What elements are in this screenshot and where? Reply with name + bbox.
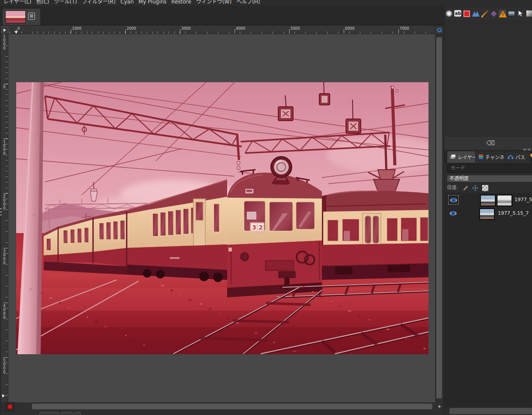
layer-mode-select[interactable]: モード xyxy=(447,164,532,173)
horizontal-scrollbar[interactable] xyxy=(15,402,435,411)
dock-menu-icon[interactable] xyxy=(528,149,531,150)
zoom-follow-button[interactable] xyxy=(435,26,444,34)
layer-name: 1977_5.15_7 xyxy=(498,210,529,216)
toolbox: ab! xyxy=(445,7,532,20)
dock-grip[interactable] xyxy=(0,208,2,217)
blue-dot-icon xyxy=(437,28,442,32)
ruler-label: 3000 xyxy=(2,249,7,265)
navigation-button[interactable]: ✦ xyxy=(435,402,444,411)
photo-canvas[interactable]: 3 2 xyxy=(16,82,428,354)
lock-alpha-icon[interactable] xyxy=(482,185,488,191)
opacity-slider[interactable]: 不透明度 xyxy=(447,175,532,182)
layers-icon xyxy=(450,154,456,160)
dock-menu-icon[interactable] xyxy=(523,149,526,150)
layer-mask-thumbnail[interactable] xyxy=(497,195,512,206)
image-canvas-area[interactable]: 3 2 xyxy=(8,34,435,402)
layer-list: 1977_5.1977_5.15_7 xyxy=(445,193,532,407)
svg-text:3: 3 xyxy=(252,224,256,231)
menu-item[interactable]: レイヤー(L) xyxy=(3,0,36,6)
status-button[interactable] xyxy=(74,412,81,415)
dock-tab-layers[interactable]: レイヤー xyxy=(447,151,475,163)
warning-icon[interactable]: ! xyxy=(498,9,507,18)
histogram-tool-icon[interactable] xyxy=(471,9,480,18)
image-tab-thumbnail xyxy=(5,10,26,23)
quick-mask-icon xyxy=(7,404,13,409)
vertical-ruler[interactable]: -1000010002000300040005000 xyxy=(1,34,8,402)
scrollbar-thumb[interactable] xyxy=(436,37,442,399)
ruler-label: 3000 xyxy=(181,26,191,31)
gradient-tool-icon[interactable] xyxy=(525,9,532,18)
ruler-label: 1000 xyxy=(72,26,82,31)
layer-thumbnail[interactable] xyxy=(479,208,495,220)
menu-item[interactable]: ヘルプ(H) xyxy=(236,0,265,6)
visibility-eye-icon[interactable] xyxy=(448,195,459,205)
close-icon[interactable]: ⊠ xyxy=(28,13,35,20)
channels-icon xyxy=(478,154,484,160)
status-button[interactable] xyxy=(39,412,59,415)
image-thumbnail-icon[interactable] xyxy=(507,9,516,18)
dock-edge xyxy=(0,34,1,415)
ruler-position-marker xyxy=(2,394,5,398)
right-dock-panel: ab! ⌫ レイヤーチャンネルパス モード 不透明度 保護: xyxy=(444,6,532,415)
horizontal-ruler[interactable]: 01000200030004000500060007000 xyxy=(8,26,435,34)
play-triangle-icon xyxy=(3,28,6,32)
svg-text:2: 2 xyxy=(259,224,263,231)
ruler-label: 0 xyxy=(17,26,20,31)
layer-row[interactable]: 1977_5. xyxy=(445,194,532,207)
gimp-window: レイヤー(L)色(C)ツール(T)フィルター(R)CyanMy PluginsR… xyxy=(0,0,532,415)
menu-item[interactable]: Cyan xyxy=(121,0,138,6)
menu-item[interactable]: Restore xyxy=(171,0,196,6)
ruler-label: 7000 xyxy=(400,26,409,31)
menu-bar: レイヤー(L)色(C)ツール(T)フィルター(R)CyanMy PluginsR… xyxy=(0,0,532,6)
dock-tab-bar: レイヤーチャンネルパス xyxy=(445,151,532,163)
ruler-label: 5000 xyxy=(290,26,300,31)
ruler-label: 4000 xyxy=(236,26,245,31)
ruler-label: 5000 xyxy=(2,358,7,374)
front-number-plate: 3 2 xyxy=(250,223,264,232)
lock-pixels-icon[interactable] xyxy=(462,185,468,191)
tool-options-area xyxy=(445,20,532,137)
ruler-corner-button[interactable] xyxy=(1,26,8,33)
paths-icon xyxy=(508,154,514,160)
ruler-position-marker xyxy=(14,31,18,34)
visibility-eye-icon[interactable] xyxy=(448,209,459,218)
status-bar xyxy=(0,411,444,415)
menu-item[interactable]: 色(C) xyxy=(36,0,54,6)
status-button[interactable] xyxy=(61,412,73,415)
lock-label: 保護: xyxy=(447,184,458,192)
panel-button-bar[interactable] xyxy=(449,408,532,414)
paintbrush-tool-icon[interactable] xyxy=(480,9,489,18)
layer-thumbnail[interactable] xyxy=(480,195,496,206)
dock-tab-paths[interactable]: パス xyxy=(505,151,530,163)
quick-mask-toggle[interactable] xyxy=(6,402,14,411)
menu-item[interactable]: フィルター(R) xyxy=(82,0,120,6)
history-tab-icon[interactable] xyxy=(530,153,532,157)
vertical-scrollbar[interactable] xyxy=(435,34,444,402)
layer-row[interactable]: 1977_5.15_7 xyxy=(445,207,532,220)
scrollbar-thumb[interactable] xyxy=(31,403,433,410)
ruler-label: -1000 xyxy=(2,34,7,50)
menu-item[interactable]: ウィンドウ(W) xyxy=(196,0,236,6)
image-tab-strip: ⊠ xyxy=(0,6,444,25)
lock-position-icon[interactable] xyxy=(472,185,478,191)
lock-row: 保護: xyxy=(447,184,532,192)
ruler-label: 0 xyxy=(2,85,7,89)
layer-name: 1977_5. xyxy=(515,197,532,202)
dock-tab-channels[interactable]: チャンネル xyxy=(476,151,504,163)
menu-item[interactable]: ツール(T) xyxy=(54,0,82,6)
tool-options-footer: ⌫ xyxy=(445,137,532,150)
ink-diamond-tool-icon[interactable] xyxy=(489,9,498,18)
ruler-label: 4000 xyxy=(2,303,7,319)
ruler-label: 6000 xyxy=(345,26,355,31)
backspace-icon[interactable]: ⌫ xyxy=(486,139,495,146)
blur-dot-tool-icon[interactable] xyxy=(445,9,453,18)
ruler-label: 2000 xyxy=(127,26,136,31)
image-tab[interactable]: ⊠ xyxy=(3,9,40,25)
ruler-label: 2000 xyxy=(2,194,7,210)
ruler-label: 1000 xyxy=(2,139,7,155)
red-square-tool-icon[interactable] xyxy=(463,9,471,18)
cursor-tool-icon[interactable] xyxy=(516,9,525,18)
menu-item[interactable]: My Plugins xyxy=(138,0,171,6)
text-tool-icon[interactable]: ab xyxy=(453,9,462,18)
